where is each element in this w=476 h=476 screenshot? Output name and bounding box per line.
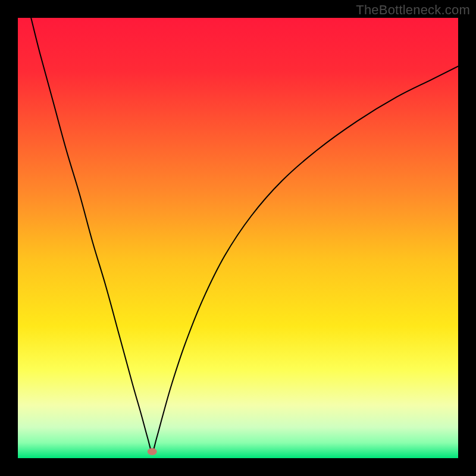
bottleneck-chart	[18, 18, 458, 458]
chart-frame: TheBottleneck.com	[0, 0, 476, 476]
watermark-text: TheBottleneck.com	[356, 2, 470, 18]
plot-background	[18, 18, 458, 458]
optimum-marker	[148, 448, 157, 455]
marker-layer	[148, 448, 157, 455]
